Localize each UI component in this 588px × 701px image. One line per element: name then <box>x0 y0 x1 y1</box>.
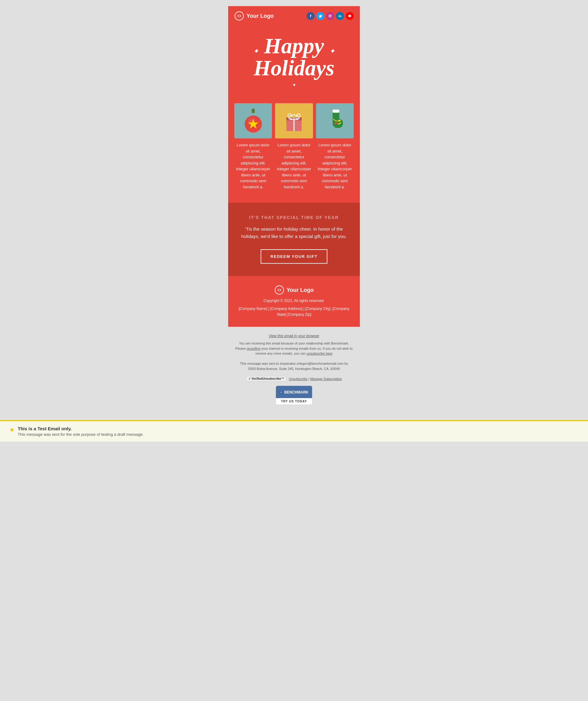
card-2: Lorem ipsum dolor sit amet, consectetur … <box>275 103 313 194</box>
cards-row: Lorem ipsum dolor sit amet, consectetur … <box>234 103 354 194</box>
unsubscribe-inline-link[interactable]: unsubscribe here <box>307 352 332 355</box>
email-container: Your Logo <box>228 6 360 327</box>
message-sent: This message was sent to emperatriz.orte… <box>234 361 354 372</box>
facebook-icon[interactable] <box>307 12 315 20</box>
card-1: Lorem ipsum dolor sit amet, consectetur … <box>234 103 272 194</box>
footer-address: [Company Name] | [Company Address] | [Co… <box>234 306 354 317</box>
footer-logo-icon <box>274 285 284 295</box>
email-header: Your Logo <box>228 6 360 26</box>
footer-logo-text: Your Logo <box>286 287 314 293</box>
verified-links: Unsubscribe | Manage Subscription <box>289 377 342 381</box>
offer-body: 'Tis the season for holiday cheer. In ho… <box>237 225 351 240</box>
card-image-2 <box>275 103 313 139</box>
star-top-right: ✦ <box>330 48 335 54</box>
test-email-content: This is a Test Email only. This message … <box>18 426 144 437</box>
web-info: View this email in your browser You are … <box>228 327 360 411</box>
view-browser-link[interactable]: View this email in your browser <box>268 334 319 338</box>
card-1-text: Lorem ipsum dolor sit amet, consectetur … <box>234 139 272 194</box>
footer-copyright: Copyright © 2021. All rights reserved. <box>234 298 354 303</box>
card-image-1 <box>234 103 272 139</box>
svg-rect-7 <box>252 109 255 113</box>
card-3-text: Lorem ipsum dolor sit amet, consectetur … <box>316 139 354 194</box>
cards-section: Lorem ipsum dolor sit amet, consectetur … <box>228 100 360 203</box>
test-email-subtitle: This message was sent for the sole purpo… <box>18 432 144 437</box>
logo-icon <box>234 11 244 21</box>
linkedin-icon[interactable] <box>336 12 344 20</box>
page-wrapper: Your Logo <box>0 0 588 442</box>
benchmark-box[interactable]: BENCHMARK TRY US TODAY <box>275 386 313 405</box>
benchmark-try-us: TRY US TODAY <box>276 398 312 405</box>
card-image-3 <box>316 103 354 139</box>
hero-section: ✦ Happy ✦ Holidays ✦ <box>228 26 360 100</box>
youtube-icon[interactable] <box>346 12 354 20</box>
verified-row: ✓ VerifiedUnsubscribe™ Unsubscribe | Man… <box>234 376 354 381</box>
benchmark-brand-text: BENCHMARK <box>284 390 309 395</box>
svg-point-6 <box>339 15 339 15</box>
benchmark-top: BENCHMARK <box>276 386 312 398</box>
test-star-icon: ★ <box>9 426 15 433</box>
svg-point-21 <box>278 289 280 291</box>
verified-badge: ✓ VerifiedUnsubscribe™ <box>246 376 286 381</box>
card-2-text: Lorem ipsum dolor sit amet, consectetur … <box>275 139 313 194</box>
svg-rect-5 <box>339 16 339 17</box>
svg-rect-17 <box>333 109 339 113</box>
svg-point-3 <box>330 15 331 17</box>
receiving-text: You are receiving this email because of … <box>234 341 354 356</box>
redeem-button[interactable]: REDEEM YOUR GIFT <box>261 249 327 264</box>
test-email-title: This is a Test Email only. <box>18 426 144 431</box>
svg-point-23 <box>280 392 281 393</box>
offer-title: IT'S THAT SPECIAL TIME OF YEAR <box>237 215 351 220</box>
offer-section: IT'S THAT SPECIAL TIME OF YEAR 'Tis the … <box>228 203 360 276</box>
social-icons-row <box>307 12 354 20</box>
card-3: Lorem ipsum dolor sit amet, consectetur … <box>316 103 354 194</box>
svg-point-18 <box>335 122 337 124</box>
instagram-icon[interactable] <box>326 12 334 20</box>
hero-title: ✦ Happy ✦ Holidays <box>234 35 354 79</box>
logo-area: Your Logo <box>234 11 274 21</box>
footer-logo-area: Your Logo <box>234 285 354 295</box>
hero-star-bottom: ✦ <box>234 82 354 88</box>
svg-point-1 <box>238 15 240 17</box>
star-top-left: ✦ <box>253 48 258 54</box>
twitter-icon[interactable] <box>316 12 324 20</box>
reconfirm-link[interactable]: reconfirm <box>246 347 261 350</box>
unsubscribe-link[interactable]: Unsubscribe <box>289 377 308 381</box>
test-email-banner: ★ This is a Test Email only. This messag… <box>0 420 588 442</box>
benchmark-logo-icon <box>279 389 282 396</box>
manage-subscription-link[interactable]: Manage Subscription <box>310 377 342 381</box>
email-footer: Your Logo Copyright © 2021. All rights r… <box>228 276 360 327</box>
header-logo-text: Your Logo <box>246 13 274 19</box>
